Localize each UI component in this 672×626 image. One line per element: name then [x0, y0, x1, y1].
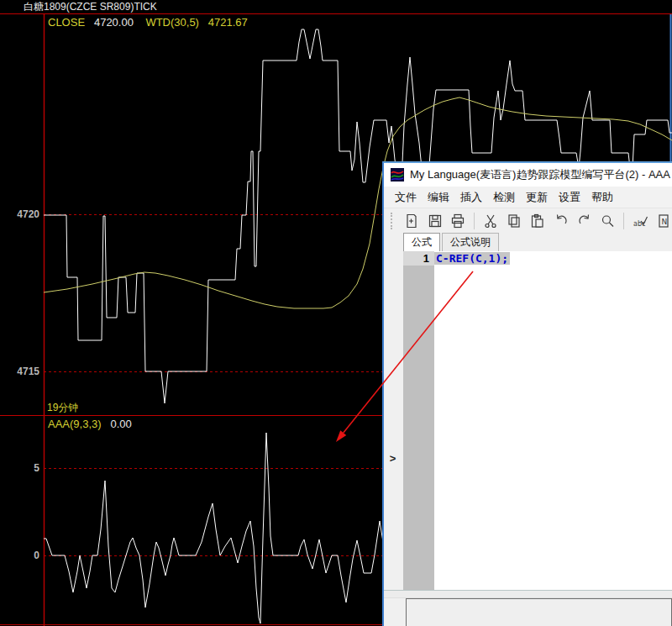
chart-waves-icon [391, 168, 404, 181]
menu-bar: 文件 编辑 插入 检测 更新 设置 帮助 [384, 187, 672, 208]
toolbar-separator [474, 213, 475, 229]
collapse-panel-button[interactable]: > [386, 450, 400, 466]
output-panel [406, 598, 672, 626]
toolbar: abc N [384, 208, 672, 234]
paste-icon[interactable] [529, 213, 546, 230]
y-axis-label: 4715 [0, 366, 39, 377]
price-info-row: CLOSE 4720.00 WTD(30,5) 4721.67 [48, 16, 248, 29]
new-file-icon[interactable] [403, 213, 420, 230]
indicator-value: 0.00 [110, 418, 131, 430]
svg-text:N: N [662, 218, 668, 226]
line-number: 1 [403, 251, 434, 266]
close-value: 4720.00 [94, 16, 134, 29]
menu-item-help[interactable]: 帮助 [591, 190, 613, 205]
note-icon[interactable]: N [655, 213, 672, 230]
code-line: C-REF(C,1); [434, 251, 672, 266]
cut-icon[interactable] [482, 213, 499, 230]
menu-item-file[interactable]: 文件 [395, 190, 417, 205]
splitter-handle[interactable] [384, 590, 672, 598]
y-axis-label: 4720 [0, 208, 39, 220]
spellcheck-icon[interactable]: abc [632, 213, 648, 230]
tab-formula-description[interactable]: 公式说明 [442, 233, 499, 251]
undo-icon[interactable] [553, 213, 570, 230]
menu-item-insert[interactable]: 插入 [460, 190, 482, 205]
y-axis-label: 0 [0, 550, 39, 561]
tab-formula[interactable]: 公式 [403, 233, 440, 251]
code-editor: > 1 C-REF(C,1); [384, 251, 672, 590]
indicator-label: AAA(9,3,3) [48, 418, 102, 430]
window-title: My Language(麦语言)趋势跟踪模型编写平台(2) - AAA [410, 167, 670, 182]
close-label: CLOSE [48, 16, 85, 29]
copy-icon[interactable] [506, 213, 522, 230]
line-number-gutter: 1 [403, 251, 434, 590]
period-label: 19分钟 [47, 401, 78, 415]
save-icon[interactable] [427, 213, 444, 230]
formula-editor-window: My Language(麦语言)趋势跟踪模型编写平台(2) - AAA 文件 编… [382, 161, 672, 626]
window-titlebar[interactable]: My Language(麦语言)趋势跟踪模型编写平台(2) - AAA [384, 163, 672, 187]
tab-bar: 公式 公式说明 [384, 234, 672, 251]
collapse-strip: > [384, 251, 403, 590]
print-icon[interactable] [450, 213, 467, 230]
menu-item-check[interactable]: 检测 [493, 190, 515, 205]
code-area[interactable]: C-REF(C,1); [434, 251, 672, 590]
search-icon[interactable] [600, 213, 617, 230]
menu-item-edit[interactable]: 编辑 [428, 190, 449, 205]
y-axis-label: 5 [0, 462, 39, 474]
redo-icon[interactable] [576, 213, 593, 230]
menu-item-update[interactable]: 更新 [526, 190, 548, 205]
indicator-info-row: AAA(9,3,3) 0.00 [48, 418, 132, 430]
ma-value: 4721.67 [208, 16, 248, 29]
menu-item-settings[interactable]: 设置 [559, 190, 580, 205]
toolbar-drag-handle[interactable] [391, 213, 395, 229]
app-screen: 白糖1809(CZCE SR809)TICK CLOSE 4720.00 WTD… [0, 0, 672, 626]
ma-label: WTD(30,5) [145, 16, 199, 29]
toolbar-separator [623, 213, 624, 229]
